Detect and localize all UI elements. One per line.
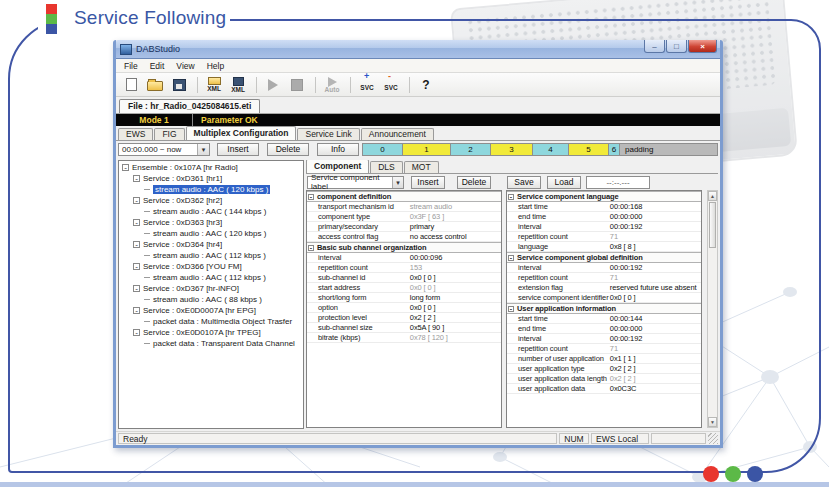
stop-button[interactable] [286,75,308,95]
collapse-icon[interactable]: - [133,329,140,336]
tree-item-component[interactable]: stream audio : AAC ( 120 kbps ) [119,184,303,195]
property-row[interactable]: start time00:00:144 [507,314,701,324]
collapse-icon[interactable]: - [133,263,140,270]
collapse-icon[interactable]: - [308,245,314,251]
property-row[interactable]: component type0x3F [ 63 ] [307,212,501,222]
collapse-icon[interactable]: - [133,241,140,248]
tree-item-service[interactable]: -Service : 0xD363 [hr3] [119,217,303,228]
property-row[interactable]: interval00:00:192 [507,263,701,273]
segment-0[interactable]: 0 [363,144,403,155]
tab-dls[interactable]: DLS [370,161,403,173]
tree-item-component[interactable]: stream audio : AAC ( 120 kbps ) [119,228,303,239]
segment-4[interactable]: 4 [533,144,569,155]
tree-item-component[interactable]: stream audio : AAC ( 144 kbps ) [119,206,303,217]
collapse-icon[interactable]: - [133,285,140,292]
property-row[interactable]: sub-channel size0x5A [ 90 ] [307,323,501,333]
collapse-icon[interactable]: - [133,307,140,314]
tree-item-component[interactable]: packet data : Transparent Data Channel [119,338,303,349]
tree-item-component[interactable]: stream audio : AAC ( 88 kbps ) [119,294,303,305]
property-row[interactable]: language0x8 [ 8 ] [507,242,701,252]
tab-component[interactable]: Component [306,160,369,173]
collapse-icon[interactable]: - [133,197,140,204]
tab-fig[interactable]: FIG [154,128,184,140]
tree-item-service[interactable]: -Service : 0xD361 [hr1] [119,173,303,184]
tab-ews[interactable]: EWS [118,128,153,140]
close-button[interactable]: × [688,40,717,53]
property-row[interactable]: start address0x0 [ 0 ] [307,283,501,293]
property-row[interactable]: user application type0x2 [ 2 ] [507,364,701,374]
service-group-header[interactable]: -User application information [507,303,701,314]
insert-button[interactable]: Insert [217,143,259,156]
property-row[interactable]: extension flagreserved future use absent [507,283,701,293]
property-row[interactable]: interval00:00:192 [507,222,701,232]
property-row[interactable]: interval00:00:192 [507,334,701,344]
time-field[interactable]: --:--.--- [586,176,650,189]
segment-2[interactable]: 2 [451,144,491,155]
save-button[interactable]: Save [507,176,541,189]
tab-service-link[interactable]: Service Link [297,128,359,140]
scrollbar-track[interactable] [708,249,717,417]
tree-item-component[interactable]: stream audio : AAC ( 112 kbps ) [119,272,303,283]
property-row[interactable]: repetition count153 [307,263,501,273]
property-row[interactable]: short/long formlong form [307,293,501,303]
tree-item-component[interactable]: packet data : Multimedia Object Trasfer [119,316,303,327]
resize-grip[interactable] [708,433,718,444]
collapse-icon[interactable]: - [133,175,140,182]
component-group-header[interactable]: -component definition [307,191,501,202]
help-button[interactable]: ? [415,75,437,95]
vertical-scrollbar[interactable]: ▲ ▼ [707,190,718,428]
menu-edit[interactable]: Edit [144,61,171,71]
open-xml-button[interactable]: XML [203,75,225,95]
property-row[interactable]: end time00:00:000 [507,212,701,222]
menu-view[interactable]: View [170,61,200,71]
scroll-up-icon[interactable]: ▲ [708,191,717,201]
auto-play-button[interactable]: Auto [321,75,343,95]
maximize-button[interactable]: □ [666,40,687,53]
property-row[interactable]: user application data0x0C3C [507,384,701,394]
property-row[interactable]: interval00:00:096 [307,253,501,263]
property-row[interactable]: bitrate (kbps)0x78 [ 120 ] [307,333,501,343]
open-file-button[interactable] [144,75,166,95]
scrollbar-thumb[interactable] [709,202,716,248]
tree-item-service[interactable]: -Service : 0xD366 [YOU FM] [119,261,303,272]
tree-item-service[interactable]: -Service : 0xD367 [hr-iNFO] [119,283,303,294]
property-row[interactable]: number of user application0x1 [ 1 ] [507,354,701,364]
property-row[interactable]: option0x0 [ 0 ] [307,303,501,313]
tree-item-service[interactable]: -Service : 0xD364 [hr4] [119,239,303,250]
new-file-button[interactable] [120,75,142,95]
file-tab[interactable]: File : hr_Radio_0425084615.eti [119,99,260,113]
collapse-icon[interactable]: - [308,194,314,200]
collapse-icon[interactable]: - [133,219,140,226]
tree-item-service[interactable]: -Service : 0xE0D0007A [hr EPG] [119,305,303,316]
delete-button[interactable]: Delete [267,143,309,156]
property-row[interactable]: protection level0x2 [ 2 ] [307,313,501,323]
property-row[interactable]: sub-channel id0x0 [ 0 ] [307,273,501,283]
tab-mot[interactable]: MOT [404,161,439,173]
add-service-button[interactable]: +SVC [356,75,378,95]
tree-item-component[interactable]: stream audio : AAC ( 112 kbps ) [119,250,303,261]
segment-6[interactable]: 6 [609,144,620,155]
property-row[interactable]: service component identifier0x0 [ 0 ] [507,293,701,303]
segment-1[interactable]: 1 [403,144,451,155]
property-row[interactable]: repetition count71 [507,344,701,354]
component-insert-button[interactable]: Insert [411,176,445,189]
menu-file[interactable]: File [118,61,144,71]
property-row[interactable]: repetition count71 [507,232,701,242]
segment-5[interactable]: 5 [569,144,609,155]
collapse-icon[interactable]: - [508,255,514,261]
component-label-combobox[interactable]: Service component label ▾ [307,176,404,189]
component-group-header[interactable]: -Basic sub channel organization [307,242,501,253]
tree-item-service[interactable]: -Service : 0xE0D0107A [hr TPEG] [119,327,303,338]
property-row[interactable]: repetition count71 [507,273,701,283]
remove-service-button[interactable]: -SVC [380,75,402,95]
save-xml-button[interactable]: XML [227,75,249,95]
tree-item-service[interactable]: -Service : 0xD362 [hr2] [119,195,303,206]
tab-announcement[interactable]: Announcement [361,128,434,140]
play-button[interactable] [262,75,284,95]
tab-multiplex-configuration[interactable]: Multiplex Configuration [186,126,297,140]
component-delete-button[interactable]: Delete [457,176,491,189]
property-row[interactable]: primary/secondaryprimary [307,222,501,232]
service-group-header[interactable]: -Service component language [507,191,701,202]
property-row[interactable]: start time00:00:168 [507,202,701,212]
collapse-icon[interactable]: - [508,306,514,312]
